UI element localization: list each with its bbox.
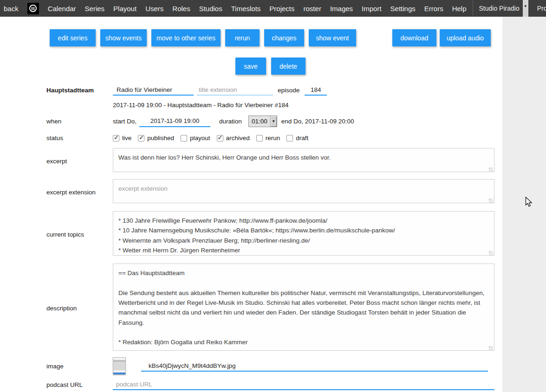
checkbox-rerun-label: rerun <box>266 135 280 141</box>
computed-title: 2017-11-09 19:00 - Hauptstadtteam - Radi… <box>113 102 289 109</box>
nav-help[interactable]: Help <box>452 5 467 13</box>
title-input[interactable] <box>113 84 194 96</box>
save-button[interactable]: save <box>235 58 266 75</box>
nav-right-group: Studio Piradio ▼ Project 88vier ▼ Logout… <box>475 0 546 17</box>
chevron-down-icon[interactable]: ▼ <box>270 116 277 127</box>
checkbox-published[interactable] <box>138 135 144 141</box>
changes-button[interactable]: changes <box>264 29 304 46</box>
current-topics-label: current topics <box>46 231 113 238</box>
nav-timeslots[interactable]: Timeslots <box>231 5 261 13</box>
edit-series-button[interactable]: edit series <box>50 29 96 46</box>
checkbox-playout-label: playout <box>190 135 210 141</box>
checkbox-archived[interactable] <box>217 135 223 141</box>
podcast-url-label: podcast URL <box>46 381 113 388</box>
nav-errors[interactable]: Errors <box>424 5 443 13</box>
status-label: status <box>46 135 113 141</box>
download-button[interactable]: download <box>392 29 436 46</box>
toolbar: edit series show events move to other se… <box>50 17 491 46</box>
nav-users[interactable]: Users <box>145 5 163 13</box>
nav-settings[interactable]: Settings <box>390 5 416 13</box>
status-option-rerun: rerun <box>256 135 280 141</box>
project-dropdown-value: Project 88vier <box>537 5 546 12</box>
start-datetime-input[interactable] <box>139 116 210 127</box>
main-content: edit series show events move to other se… <box>0 17 502 392</box>
description-row: description == Das Hauptstadtteam Die Se… <box>46 263 502 353</box>
nav-series[interactable]: Series <box>85 5 105 13</box>
current-topics-row: current topics * 130 Jahre Freiwillige F… <box>46 211 502 257</box>
end-datetime-text: end Do, 2017-11-09 20:00 <box>281 118 354 125</box>
delete-button[interactable]: delete <box>271 58 306 75</box>
checkbox-live[interactable] <box>113 135 119 141</box>
series-name-label: Hauptstadtteam <box>46 87 113 94</box>
save-delete-row: save delete <box>235 58 502 75</box>
status-option-draft: draft <box>286 135 308 141</box>
nav-calendar[interactable]: Calendar <box>48 5 76 13</box>
status-options: live published playout archived rerun <box>113 135 308 141</box>
duration-value: 01:00 <box>249 116 270 127</box>
title-extension-input[interactable] <box>197 84 273 96</box>
nav-separator <box>473 0 473 17</box>
page: back Calendar Series Playout Users Roles… <box>0 0 546 392</box>
excerpt-row: excerpt Was ist denn hier los? Herr Schi… <box>46 148 502 174</box>
checkbox-playout[interactable] <box>181 135 187 141</box>
upload-audio-button[interactable]: upload audio <box>440 29 491 46</box>
rerun-button[interactable]: rerun <box>225 29 260 46</box>
description-textarea[interactable]: == Das Hauptstadtteam Die Sendung besteh… <box>113 263 494 351</box>
podcast-url-row: podcast URL <box>46 379 502 390</box>
start-label: start Do, <box>113 118 136 125</box>
excerpt-extension-textarea[interactable] <box>113 179 494 203</box>
duration-select[interactable]: 01:00 ▼ <box>248 116 277 127</box>
top-nav: back Calendar Series Playout Users Roles… <box>0 0 546 17</box>
nav-projects[interactable]: Projects <box>269 5 294 13</box>
nav-import[interactable]: Import <box>362 5 382 13</box>
show-event-button[interactable]: show event <box>309 29 356 46</box>
status-option-playout: playout <box>181 135 210 141</box>
studio-dropdown-value: Studio Piradio <box>479 5 520 12</box>
image-filename-input[interactable] <box>141 360 488 372</box>
status-option-archived: archived <box>217 135 250 141</box>
image-thumbnail[interactable] <box>113 357 126 375</box>
when-label: when <box>46 118 113 125</box>
title-row: Hauptstadtteam episode <box>46 84 502 96</box>
checkbox-live-label: live <box>122 135 131 141</box>
nav-playout[interactable]: Playout <box>113 5 136 13</box>
image-label: image <box>46 363 113 370</box>
duration-label: duration <box>219 118 242 125</box>
toolbar-right-group: download upload audio <box>392 29 491 46</box>
project-dropdown[interactable]: Project 88vier ▼ <box>537 0 546 17</box>
description-label: description <box>46 305 113 312</box>
excerpt-textarea[interactable]: Was ist denn hier los? Herr Schinski, He… <box>113 148 494 172</box>
piradio-logo-icon[interactable] <box>27 3 39 14</box>
move-to-other-series-button[interactable]: move to other series <box>151 29 221 46</box>
status-option-published: published <box>138 135 174 141</box>
when-row: when start Do, duration 01:00 ▼ end Do, … <box>46 116 502 127</box>
checkbox-archived-label: archived <box>226 135 250 141</box>
checkbox-draft[interactable] <box>286 135 293 141</box>
nav-roles[interactable]: Roles <box>172 5 190 13</box>
nav-studios[interactable]: Studios <box>199 5 222 13</box>
studio-dropdown[interactable]: Studio Piradio ▼ <box>479 0 528 17</box>
chevron-down-icon[interactable]: ▼ <box>523 0 528 17</box>
image-row: image <box>46 357 502 375</box>
pause-circle-icon <box>29 5 37 12</box>
episode-input[interactable] <box>305 84 327 96</box>
nav-roster[interactable]: roster <box>304 5 321 13</box>
checkbox-draft-label: draft <box>296 135 308 141</box>
excerpt-extension-label: excerpt extension <box>46 189 113 196</box>
mouse-cursor-icon <box>525 197 533 208</box>
podcast-url-input[interactable] <box>113 379 494 390</box>
episode-label: episode <box>278 87 299 94</box>
excerpt-extension-row: excerpt extension <box>46 179 502 205</box>
current-topics-textarea[interactable]: * 130 Jahre Freiwillige Feuerwehr Pankow… <box>113 211 494 256</box>
status-option-live: live <box>113 135 131 141</box>
computed-title-row: 2017-11-09 19:00 - Hauptstadtteam - Radi… <box>46 102 502 109</box>
status-row: status live published playout archived <box>46 135 502 141</box>
checkbox-published-label: published <box>147 135 174 141</box>
nav-images[interactable]: Images <box>330 5 353 13</box>
excerpt-label: excerpt <box>46 158 113 165</box>
show-events-button[interactable]: show events <box>100 29 147 46</box>
nav-back[interactable]: back <box>4 5 19 13</box>
checkbox-rerun[interactable] <box>256 135 263 141</box>
